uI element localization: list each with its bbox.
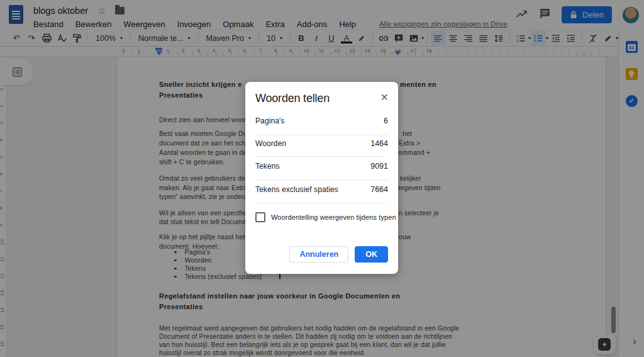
checkbox-label: Woordentelling weergeven tijdens typen xyxy=(271,213,396,221)
stat-row-chars: Tekens 9091 xyxy=(255,162,388,171)
stat-label: Pagina's xyxy=(255,116,284,125)
stat-value: 6 xyxy=(384,116,388,125)
stat-value: 9091 xyxy=(370,162,388,171)
stat-row-chars-no-spaces: Tekens exclusief spaties 7664 xyxy=(255,185,388,194)
stat-label: Woorden xyxy=(255,139,286,148)
ok-button[interactable]: OK xyxy=(355,246,388,263)
cancel-button[interactable]: Annuleren xyxy=(289,246,348,263)
stat-row-words: Woorden 1464 xyxy=(255,139,388,148)
word-count-checkbox[interactable] xyxy=(255,212,265,222)
stat-label: Tekens xyxy=(255,162,280,171)
word-count-dialog: Woorden tellen ✕ Pagina's 6 Woorden 1464… xyxy=(245,82,398,274)
close-icon[interactable]: ✕ xyxy=(380,91,389,103)
show-word-count-option: Woordentelling weergeven tijdens typen xyxy=(255,212,396,222)
stat-value: 7664 xyxy=(370,185,388,194)
stat-value: 1464 xyxy=(370,139,388,148)
stat-label: Tekens exclusief spaties xyxy=(255,185,338,194)
dialog-title: Woorden tellen xyxy=(255,92,330,105)
stat-row-pages: Pagina's 6 xyxy=(255,116,388,125)
